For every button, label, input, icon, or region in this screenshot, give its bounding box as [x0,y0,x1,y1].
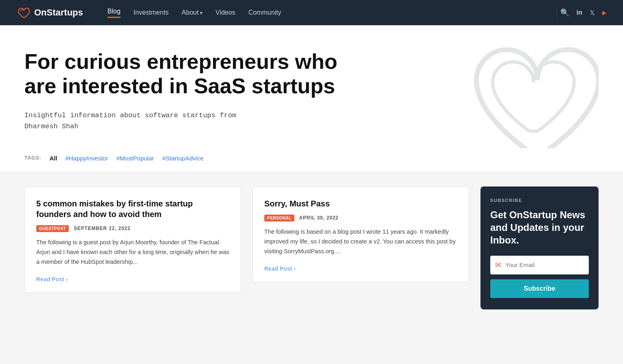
tags-section: TAGS: All #HappyInvestor #MostPopular #S… [0,148,623,172]
post-card-2: Sorry, Must Pass PERSONAL APRIL 30, 2022… [252,186,469,282]
hero-text: For curious entrepreneurs who are intere… [24,50,342,132]
tag-startup-advice[interactable]: #StartupAdvice [162,155,204,162]
post-1-excerpt: The following is a guest post by Arjun M… [36,238,229,267]
hero-bg-decoration [460,33,599,148]
post-1-date: SEPTEMBER 22, 2022 [74,226,130,231]
hero-subtitle: Insightful information about software st… [24,110,342,132]
nav-link-community[interactable]: Community [248,9,281,16]
nav-link-blog[interactable]: Blog [107,8,121,18]
post-1-title: 5 common mistakes by first-time startup … [36,198,229,219]
linkedin-icon[interactable]: in [577,9,582,16]
post-1-badge: GUESTPOST [36,225,69,232]
brand-name: OnStartups [34,7,83,18]
search-icon[interactable]: 🔍 [560,8,569,17]
nav-social-icons: 🔍 in 𝕏 ▶ [560,8,607,17]
post-1-meta: GUESTPOST SEPTEMBER 22, 2022 [36,225,229,232]
nav-link-videos[interactable]: Videos [215,9,235,16]
email-input-wrap: ✉ [490,256,589,274]
brand-logo[interactable]: OnStartups [16,6,83,20]
post-2-meta: PERSONAL APRIL 30, 2022 [264,215,457,221]
heart-icon [16,6,30,20]
tag-all[interactable]: All [49,155,57,162]
navbar: OnStartups Blog Investments About Videos… [0,0,623,25]
tag-happy-investor[interactable]: #HappyInvestor [66,155,108,162]
post-2-date: APRIL 30, 2022 [299,215,339,221]
post-2-title: Sorry, Must Pass [264,198,457,209]
subscribe-label: SUBSCRIBE [490,198,589,203]
tag-most-popular[interactable]: #MostPopular [116,155,154,162]
post-2-excerpt: The following is based on a blog post I … [264,227,457,257]
post-card-1: 5 common mistakes by first-time startup … [24,186,241,293]
post-1-read-more[interactable]: Read Post › [36,276,229,283]
nav-divider [557,7,557,19]
twitter-icon[interactable]: 𝕏 [590,9,595,17]
nav-links: Blog Investments About Videos Community [107,8,553,18]
content-area: 5 common mistakes by first-time startup … [0,172,623,324]
youtube-icon[interactable]: ▶ [602,9,607,16]
subscribe-box: SUBSCRIBE Get OnStartup News and Updates… [480,186,599,309]
subscribe-button[interactable]: Subscribe [490,279,589,298]
nav-link-about[interactable]: About [182,9,202,16]
email-input[interactable] [505,261,584,268]
tags-label: TAGS: [24,155,41,161]
post-2-read-more[interactable]: Read Post › [264,265,457,272]
subscribe-headline: Get OnStartup News and Updates in your I… [490,208,589,247]
hero-heading: For curious entrepreneurs who are intere… [24,50,342,99]
email-icon: ✉ [495,261,501,270]
post-2-badge: PERSONAL [264,215,294,221]
nav-link-investments[interactable]: Investments [134,9,169,16]
hero-section: For curious entrepreneurs who are intere… [0,25,623,148]
